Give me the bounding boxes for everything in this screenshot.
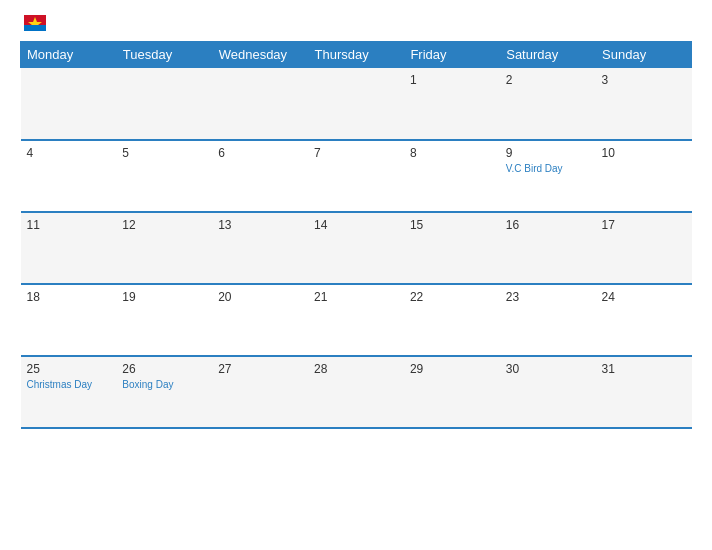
calendar-cell: [212, 68, 308, 140]
day-number: 14: [314, 218, 398, 232]
header: [20, 15, 692, 31]
day-number: 28: [314, 362, 398, 376]
day-number: 13: [218, 218, 302, 232]
calendar-cell: 5: [116, 140, 212, 212]
calendar-cell: [21, 68, 117, 140]
calendar-cell: 1: [404, 68, 500, 140]
day-number: 2: [506, 73, 590, 87]
calendar-cell: 3: [596, 68, 692, 140]
weekday-header-row: MondayTuesdayWednesdayThursdayFridaySatu…: [21, 42, 692, 68]
calendar-cell: 27: [212, 356, 308, 428]
weekday-header-monday: Monday: [21, 42, 117, 68]
calendar-cell: 8: [404, 140, 500, 212]
day-number: 7: [314, 146, 398, 160]
weekday-header-wednesday: Wednesday: [212, 42, 308, 68]
day-number: 18: [27, 290, 111, 304]
holiday-label: Boxing Day: [122, 379, 206, 390]
logo: [20, 15, 46, 31]
calendar-cell: 13: [212, 212, 308, 284]
calendar-cell: 7: [308, 140, 404, 212]
day-number: 11: [27, 218, 111, 232]
calendar-cell: 22: [404, 284, 500, 356]
calendar-cell: 6: [212, 140, 308, 212]
calendar-cell: 17: [596, 212, 692, 284]
day-number: 12: [122, 218, 206, 232]
weekday-header-sunday: Sunday: [596, 42, 692, 68]
day-number: 24: [602, 290, 686, 304]
day-number: 29: [410, 362, 494, 376]
day-number: 1: [410, 73, 494, 87]
calendar-cell: 30: [500, 356, 596, 428]
day-number: 3: [602, 73, 686, 87]
day-number: 22: [410, 290, 494, 304]
calendar-week-row: 25Christmas Day26Boxing Day2728293031: [21, 356, 692, 428]
day-number: 17: [602, 218, 686, 232]
page: MondayTuesdayWednesdayThursdayFridaySatu…: [0, 0, 712, 550]
calendar-week-row: 456789V.C Bird Day10: [21, 140, 692, 212]
calendar-cell: 20: [212, 284, 308, 356]
calendar-cell: 11: [21, 212, 117, 284]
calendar-cell: 4: [21, 140, 117, 212]
calendar-cell: 16: [500, 212, 596, 284]
calendar-cell: 25Christmas Day: [21, 356, 117, 428]
calendar-week-row: 18192021222324: [21, 284, 692, 356]
calendar-cell: 9V.C Bird Day: [500, 140, 596, 212]
logo-flag-icon: [24, 15, 46, 31]
day-number: 25: [27, 362, 111, 376]
day-number: 30: [506, 362, 590, 376]
day-number: 8: [410, 146, 494, 160]
day-number: 5: [122, 146, 206, 160]
calendar-week-row: 11121314151617: [21, 212, 692, 284]
calendar-week-row: 123: [21, 68, 692, 140]
calendar-cell: 15: [404, 212, 500, 284]
calendar-cell: 29: [404, 356, 500, 428]
svg-rect-2: [24, 25, 46, 31]
day-number: 27: [218, 362, 302, 376]
holiday-label: V.C Bird Day: [506, 163, 590, 174]
weekday-header-tuesday: Tuesday: [116, 42, 212, 68]
day-number: 23: [506, 290, 590, 304]
weekday-header-friday: Friday: [404, 42, 500, 68]
calendar-cell: 28: [308, 356, 404, 428]
day-number: 26: [122, 362, 206, 376]
day-number: 20: [218, 290, 302, 304]
day-number: 19: [122, 290, 206, 304]
day-number: 16: [506, 218, 590, 232]
calendar-cell: 12: [116, 212, 212, 284]
day-number: 6: [218, 146, 302, 160]
holiday-label: Christmas Day: [27, 379, 111, 390]
day-number: 4: [27, 146, 111, 160]
day-number: 21: [314, 290, 398, 304]
calendar-cell: 14: [308, 212, 404, 284]
calendar-cell: 24: [596, 284, 692, 356]
calendar-cell: 10: [596, 140, 692, 212]
calendar-cell: 2: [500, 68, 596, 140]
day-number: 10: [602, 146, 686, 160]
calendar-cell: 26Boxing Day: [116, 356, 212, 428]
calendar-cell: [308, 68, 404, 140]
calendar-cell: 21: [308, 284, 404, 356]
day-number: 9: [506, 146, 590, 160]
calendar-cell: 19: [116, 284, 212, 356]
calendar-cell: 18: [21, 284, 117, 356]
calendar-table: MondayTuesdayWednesdayThursdayFridaySatu…: [20, 41, 692, 429]
calendar-cell: 31: [596, 356, 692, 428]
calendar-cell: 23: [500, 284, 596, 356]
day-number: 15: [410, 218, 494, 232]
weekday-header-thursday: Thursday: [308, 42, 404, 68]
weekday-header-saturday: Saturday: [500, 42, 596, 68]
calendar-cell: [116, 68, 212, 140]
day-number: 31: [602, 362, 686, 376]
